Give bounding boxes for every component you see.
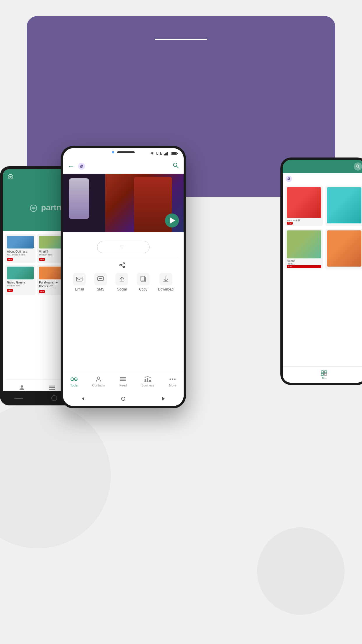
camera-dot (112, 151, 114, 153)
nav-business[interactable]: Business (141, 376, 154, 387)
right-section-label (283, 173, 362, 183)
status-icons: LTE (150, 151, 178, 155)
lte-label: LTE (156, 151, 162, 155)
svg-line-23 (121, 264, 123, 265)
share-copy[interactable]: Copy (137, 273, 150, 291)
nav-contacts[interactable]: Contacts (92, 376, 105, 387)
phone-top-elements (112, 151, 135, 153)
right-row-2: Blende Produ... PDF (285, 229, 362, 270)
right-pdf-3: PDF (287, 265, 321, 268)
svg-rect-39 (120, 379, 126, 379)
home-circle[interactable] (51, 395, 57, 401)
share-options: Email SMS (69, 273, 178, 291)
svg-rect-61 (324, 371, 327, 373)
right-nutrifii-header (286, 176, 362, 182)
sys-home[interactable] (120, 395, 127, 402)
hero-divider (155, 39, 207, 40)
right-bottom-nav: To... (283, 366, 362, 383)
svg-rect-25 (76, 277, 82, 281)
svg-rect-14 (172, 152, 176, 155)
share-email[interactable]: Email (73, 273, 86, 291)
content-area: ♡ (63, 232, 184, 298)
social-label: Social (117, 287, 127, 291)
right-header (283, 160, 362, 173)
search-icon (173, 162, 179, 169)
svg-line-49 (148, 377, 150, 377)
tools-nav-icon (70, 376, 78, 382)
svg-point-27 (99, 278, 100, 279)
pdf-badge-4: PDF (7, 289, 13, 292)
feed-icon-nav (120, 376, 126, 382)
nav-tools[interactable]: Tools (70, 376, 78, 387)
heart-icon: ♡ (120, 244, 124, 250)
tools-icon (70, 376, 78, 382)
back-button[interactable]: ← (68, 162, 75, 170)
copy-icon-btn (137, 273, 150, 286)
right-pill-icon (287, 177, 291, 181)
right-search-btn[interactable] (354, 162, 362, 171)
feed-nav-icon (119, 376, 127, 382)
more-nav-label: More (169, 384, 176, 387)
right-nav-tools[interactable]: To... (321, 370, 327, 379)
feed-icon (49, 385, 56, 391)
bottom-nav: Tools Contacts (63, 371, 184, 391)
nav-feed[interactable]: Feed (119, 376, 127, 387)
svg-point-45 (145, 377, 146, 378)
svg-rect-62 (321, 373, 324, 375)
sms-label: SMS (97, 287, 104, 291)
share-social[interactable]: Social (115, 273, 128, 291)
right-pdf-1: PDF (287, 222, 293, 225)
right-product-1[interactable]: earn Nutrifii PDF (285, 186, 323, 226)
device-center: LTE ← (61, 146, 186, 408)
social-icon (119, 276, 125, 282)
email-label: Email (75, 287, 84, 291)
svg-rect-31 (141, 276, 145, 281)
play-button[interactable] (165, 214, 179, 228)
svg-marker-55 (162, 397, 165, 400)
right-product-2[interactable] (325, 186, 362, 226)
svg-point-18 (173, 163, 177, 167)
share-header (69, 262, 178, 268)
nav-more[interactable]: More (169, 376, 176, 387)
speaker-bar (117, 151, 135, 153)
right-product-img-3 (287, 230, 321, 258)
svg-line-48 (146, 377, 147, 377)
right-nutrifii-icon (286, 176, 292, 182)
svg-rect-5 (49, 389, 55, 390)
right-product-label-1: earn Nutrifii (287, 219, 321, 222)
status-bar: LTE (63, 148, 184, 159)
share-download[interactable]: Download (158, 273, 173, 291)
sys-back[interactable] (80, 395, 87, 402)
search-button[interactable] (173, 162, 179, 170)
email-icon-btn (73, 273, 86, 286)
right-product-img-4 (327, 230, 361, 267)
sys-recent[interactable] (160, 395, 167, 402)
right-tools-label: To... (321, 376, 326, 379)
share-sms[interactable]: SMS (94, 273, 107, 291)
svg-point-37 (97, 377, 100, 379)
copy-icon (140, 276, 146, 282)
svg-rect-3 (49, 386, 55, 386)
nutrifii-icon (78, 163, 85, 170)
tools-label: Tools (70, 384, 78, 387)
svg-line-57 (358, 167, 360, 168)
right-search-icon (356, 164, 360, 169)
signal-icon (164, 151, 168, 155)
left-product-4[interactable]: Giving Greens Product Info PDF (5, 265, 36, 295)
pdf-badge-5: PDF (39, 290, 45, 293)
left-product-1[interactable]: About Optimals ne... Product Info PDF (5, 234, 36, 263)
svg-point-47 (150, 377, 151, 378)
right-row-1: earn Nutrifii PDF (285, 186, 362, 226)
sys-back-icon (81, 396, 85, 401)
svg-point-2 (21, 385, 23, 388)
pdf-badge-1: PDF (7, 258, 13, 261)
pdf-badge-2: PDF (39, 258, 45, 261)
favorite-button[interactable]: ♡ (97, 241, 150, 253)
right-product-3[interactable]: Blende Produ... PDF (285, 229, 323, 270)
svg-line-19 (177, 166, 178, 168)
svg-rect-42 (147, 378, 148, 382)
right-product-4[interactable] (325, 229, 362, 270)
video-thumbnail[interactable] (63, 174, 184, 232)
battery-icon (171, 152, 178, 155)
business-nav-icon (144, 376, 152, 382)
